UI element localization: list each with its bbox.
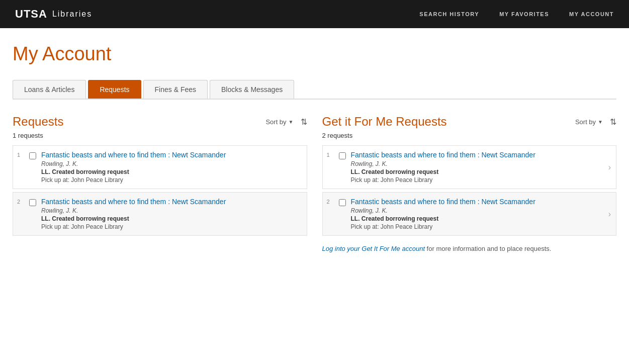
item-detail-arrow[interactable]: › <box>608 163 611 172</box>
logo-utsa: UTSA <box>15 8 47 21</box>
nav-my-account[interactable]: MY ACCOUNT <box>569 11 614 17</box>
item-author: Rowling, J. K. <box>41 160 302 167</box>
item-pickup: Pick up at: John Peace Library <box>41 176 302 184</box>
get-it-for-me-sort-button[interactable]: Sort by ▼ <box>572 117 606 127</box>
sort-down-icon: ▼ <box>289 119 294 125</box>
requests-section-title: Requests <box>13 115 63 129</box>
item-content: Fantastic beasts and where to find them … <box>351 151 604 184</box>
requests-section-header: Requests Sort by ▼ ⇅ <box>13 115 307 129</box>
item-author: Rowling, J. K. <box>351 207 604 214</box>
tab-blocks-messages[interactable]: Blocks & Messages <box>210 80 294 99</box>
nav-search-history[interactable]: SEARCH HISTORY <box>419 11 479 17</box>
item-author: Rowling, J. K. <box>41 207 302 214</box>
request-item: 2 Fantastic beasts and where to find the… <box>13 192 307 236</box>
requests-sort-label: Sort by <box>265 118 286 126</box>
item-content: Fantastic beasts and where to find them … <box>351 198 604 230</box>
item-checkbox[interactable] <box>339 152 346 159</box>
tab-requests[interactable]: Requests <box>88 80 141 99</box>
get-it-for-me-section-header: Get it For Me Requests Sort by ▼ ⇅ <box>322 115 617 129</box>
item-number: 1 <box>17 151 25 158</box>
main-columns: Requests Sort by ▼ ⇅ 1 requests 1 Fantas… <box>13 115 616 252</box>
item-author: Rowling, J. K. <box>351 160 604 167</box>
requests-controls: Sort by ▼ ⇅ <box>262 117 307 127</box>
get-it-for-me-item: 1 Fantastic beasts and where to find the… <box>322 145 617 189</box>
requests-count: 1 requests <box>13 132 307 139</box>
get-it-for-me-column: Get it For Me Requests Sort by ▼ ⇅ 2 req… <box>322 115 617 252</box>
requests-column: Requests Sort by ▼ ⇅ 1 requests 1 Fantas… <box>13 115 307 252</box>
nav-my-favorites[interactable]: MY FAVORITES <box>499 11 549 17</box>
item-number: 2 <box>327 198 335 205</box>
get-it-for-me-section-title: Get it For Me Requests <box>322 115 447 129</box>
get-it-for-me-controls: Sort by ▼ ⇅ <box>572 117 616 127</box>
item-title-link[interactable]: Fantastic beasts and where to find them … <box>41 198 302 206</box>
item-checkbox[interactable] <box>29 199 36 206</box>
sort-down-icon: ▼ <box>598 119 603 125</box>
item-number: 2 <box>17 198 25 205</box>
item-pickup: Pick up at: John Peace Library <box>41 223 302 230</box>
item-title-link[interactable]: Fantastic beasts and where to find them … <box>351 198 604 206</box>
tab-bar: Loans & Articles Requests Fines & Fees B… <box>13 80 616 100</box>
login-link[interactable]: Log into your Get It For Me account <box>322 245 425 252</box>
item-status: LL. Created borrowing request <box>351 215 604 222</box>
item-title-link[interactable]: Fantastic beasts and where to find them … <box>351 151 604 159</box>
item-number: 1 <box>327 151 335 158</box>
item-detail-arrow[interactable]: › <box>608 210 611 219</box>
item-checkbox[interactable] <box>339 199 346 206</box>
logo: UTSA Libraries <box>15 8 92 21</box>
requests-reorder-icon[interactable]: ⇅ <box>301 117 307 127</box>
item-status: LL. Created borrowing request <box>41 215 302 222</box>
item-status: LL. Created borrowing request <box>41 168 302 175</box>
item-checkbox[interactable] <box>29 152 36 159</box>
login-suffix: for more information and to place reques… <box>425 245 551 252</box>
logo-libraries: Libraries <box>52 10 92 19</box>
tab-fines-fees[interactable]: Fines & Fees <box>143 80 208 99</box>
page-title: My Account <box>13 43 616 65</box>
item-pickup: Pick up at: John Peace Library <box>351 176 604 184</box>
top-nav: SEARCH HISTORY MY FAVORITES MY ACCOUNT <box>419 11 614 17</box>
get-it-for-me-sort-label: Sort by <box>575 118 596 126</box>
item-title-link[interactable]: Fantastic beasts and where to find them … <box>41 151 302 159</box>
item-status: LL. Created borrowing request <box>351 168 604 175</box>
tab-loans-articles[interactable]: Loans & Articles <box>13 80 86 99</box>
get-it-for-me-item: 2 Fantastic beasts and where to find the… <box>322 192 617 236</box>
get-it-for-me-count: 2 requests <box>322 132 617 139</box>
site-header: UTSA Libraries SEARCH HISTORY MY FAVORIT… <box>0 0 629 28</box>
item-content: Fantastic beasts and where to find them … <box>41 198 302 230</box>
item-content: Fantastic beasts and where to find them … <box>41 151 302 184</box>
login-note: Log into your Get It For Me account for … <box>322 245 617 252</box>
item-pickup: Pick up at: John Peace Library <box>351 223 604 230</box>
requests-sort-button[interactable]: Sort by ▼ <box>262 117 296 127</box>
get-it-for-me-reorder-icon[interactable]: ⇅ <box>610 117 616 127</box>
page-content: My Account Loans & Articles Requests Fin… <box>0 28 629 272</box>
request-item: 1 Fantastic beasts and where to find the… <box>13 145 307 189</box>
